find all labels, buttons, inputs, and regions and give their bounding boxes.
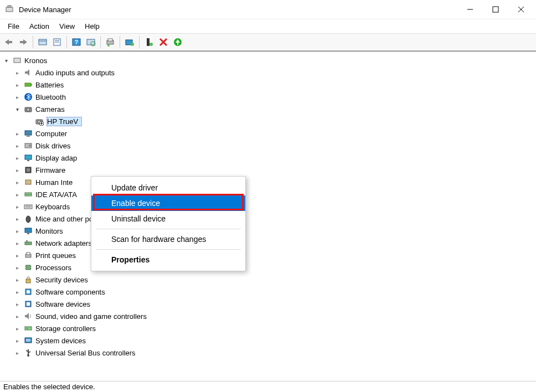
svg-rect-67 [26, 279, 30, 283]
forward-arrow-icon[interactable] [17, 35, 30, 49]
help-icon[interactable]: ? [70, 35, 83, 49]
context-menu: Update driver Enable device Uninstall de… [91, 176, 246, 271]
tree-category[interactable]: ▸Software devices [2, 298, 535, 310]
svg-rect-41 [25, 131, 32, 135]
tree-category[interactable]: ▸Display adap [2, 152, 535, 164]
tree-category[interactable]: ▸Universal Serial Bus controllers [2, 347, 535, 359]
tree-category[interactable]: ▸Security devices [2, 274, 535, 286]
menu-file[interactable]: File [3, 21, 24, 32]
chevron-right-icon[interactable]: ▸ [13, 300, 21, 308]
chevron-right-icon[interactable]: ▸ [13, 142, 21, 149]
chevron-right-icon[interactable]: ▸ [13, 276, 21, 283]
tree-category[interactable]: ▾Cameras [2, 103, 535, 115]
svg-marker-31 [25, 69, 29, 76]
tree-category[interactable]: ▸Print queues [2, 249, 535, 261]
chevron-right-icon[interactable]: ▸ [13, 203, 21, 210]
cpu-icon [23, 262, 33, 272]
chevron-right-icon[interactable]: ▸ [13, 264, 21, 271]
chevron-down-icon[interactable]: ▾ [2, 56, 10, 64]
uninstall-icon[interactable] [142, 35, 156, 49]
chevron-right-icon[interactable]: ▸ [13, 178, 21, 186]
svg-point-23 [131, 43, 134, 46]
maximize-button[interactable] [483, 0, 508, 19]
menu-help[interactable]: Help [80, 21, 104, 32]
chevron-right-icon[interactable]: ▸ [13, 215, 21, 223]
chevron-right-icon[interactable]: ▸ [13, 154, 21, 162]
properties-sheet-icon[interactable] [50, 35, 64, 49]
chevron-right-icon[interactable]: ▸ [13, 227, 21, 235]
ctx-uninstall-device[interactable]: Uninstall device [91, 211, 245, 226]
tree-category[interactable]: ▸Bluetooth [2, 91, 535, 103]
menu-action[interactable]: Action [25, 21, 54, 32]
tree-category[interactable]: ▸Network adapters [2, 237, 535, 249]
svg-point-44 [29, 145, 31, 147]
chevron-right-icon[interactable]: ▸ [13, 337, 21, 344]
tree-root[interactable]: ▾ Kronos [2, 54, 535, 66]
tree-category[interactable]: ▸Computer [2, 127, 535, 140]
ctx-scan-hardware[interactable]: Scan for hardware changes [91, 231, 245, 247]
window-title: Device Manager [19, 6, 71, 14]
print-icon[interactable] [104, 35, 117, 49]
menu-view[interactable]: View [55, 21, 79, 32]
svg-text:?: ? [75, 39, 78, 45]
svg-point-74 [27, 328, 28, 329]
app-icon [4, 4, 14, 14]
ctx-enable-device[interactable]: Enable device [91, 195, 245, 211]
storage-icon [23, 323, 33, 333]
system-icon [23, 336, 33, 345]
tree-category[interactable]: ▸Software components [2, 286, 535, 298]
printer-icon [23, 250, 33, 260]
ctx-update-driver[interactable]: Update driver [91, 180, 245, 195]
network-icon [23, 238, 33, 248]
close-button[interactable] [508, 0, 534, 19]
update-driver-icon[interactable] [123, 35, 136, 49]
scan-icon[interactable] [84, 35, 97, 49]
tree-category[interactable]: ▸System devices [2, 334, 535, 347]
chevron-down-icon[interactable]: ▾ [13, 105, 21, 113]
toolbar-separator [66, 36, 67, 48]
disable-x-icon[interactable] [157, 35, 170, 49]
category-label: Software devices [35, 300, 90, 308]
svg-rect-30 [14, 58, 20, 63]
chevron-right-icon[interactable]: ▸ [13, 190, 21, 198]
svg-rect-45 [25, 155, 32, 159]
chevron-right-icon[interactable]: ▸ [13, 324, 21, 332]
tree-category[interactable]: ▸Processors [2, 261, 535, 274]
chevron-right-icon[interactable]: ▸ [13, 93, 21, 101]
chevron-right-icon[interactable]: ▸ [13, 166, 21, 174]
enable-up-icon[interactable] [171, 35, 184, 49]
menubar: File Action View Help [0, 19, 536, 33]
svg-point-55 [26, 216, 30, 223]
tree-category[interactable]: ▸Firmware [2, 164, 535, 176]
chevron-right-icon[interactable]: ▸ [13, 69, 21, 76]
category-label: Human Inte [35, 178, 73, 187]
ctx-properties[interactable]: Properties [91, 252, 245, 267]
chevron-right-icon[interactable]: ▸ [13, 130, 21, 137]
usb-icon [23, 348, 33, 358]
tree-category[interactable]: ▸Keyboards [2, 200, 535, 213]
tree-category[interactable]: ▸Human Inte [2, 176, 535, 188]
chevron-right-icon[interactable]: ▸ [13, 81, 21, 89]
tree-category[interactable]: ▸IDE ATA/ATA [2, 188, 535, 200]
speaker-icon [23, 68, 33, 78]
tree-category[interactable]: ▸Audio inputs and outputs [2, 66, 535, 79]
device-tree[interactable]: ▾ Kronos ▸Audio inputs and outputs▸Batte… [0, 52, 536, 380]
tree-category[interactable]: ▸Disk drives [2, 140, 535, 152]
show-hidden-icon[interactable] [36, 35, 49, 49]
chevron-right-icon[interactable]: ▸ [13, 312, 21, 320]
tree-category[interactable]: ▸Monitors [2, 225, 535, 237]
chevron-right-icon[interactable]: ▸ [13, 239, 21, 247]
chevron-right-icon[interactable]: ▸ [13, 349, 21, 357]
tree-category[interactable]: ▸Storage controllers [2, 322, 535, 334]
minimize-button[interactable] [457, 0, 483, 19]
chevron-right-icon[interactable]: ▸ [13, 288, 21, 296]
chevron-right-icon[interactable]: ▸ [13, 251, 21, 259]
svg-rect-33 [31, 84, 32, 85]
svg-marker-6 [5, 39, 9, 45]
tree-device[interactable]: HP TrueV [2, 115, 535, 127]
back-arrow-icon[interactable] [2, 35, 16, 49]
tree-category[interactable]: ▸Batteries [2, 79, 535, 91]
tree-category[interactable]: ▸Sound, video and game controllers [2, 310, 535, 322]
status-text: Enables the selected device. [3, 383, 95, 391]
tree-category[interactable]: ▸Mice and other pointing devices [2, 213, 535, 225]
